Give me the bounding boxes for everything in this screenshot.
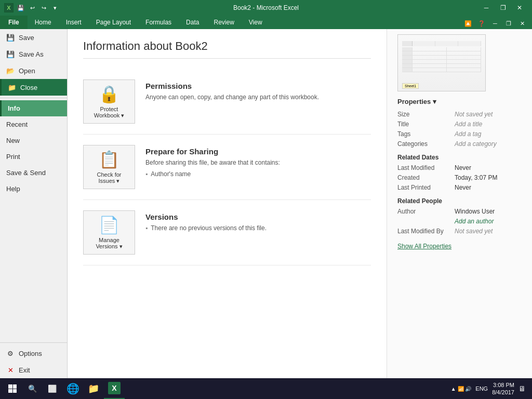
sidebar-item-save-as[interactable]: 💾 Save As xyxy=(0,46,67,62)
related-dates-label: Related Dates xyxy=(397,154,522,161)
sidebar-item-open[interactable]: 📂 Open xyxy=(0,62,67,79)
thumbnail-row-4 xyxy=(402,60,481,64)
sidebar-item-close[interactable]: 📁 Close xyxy=(0,79,67,96)
show-all-properties-link[interactable]: Show All Properties xyxy=(397,243,451,250)
sharing-list: Author's name xyxy=(145,170,371,178)
workbook-thumbnail: Sheet1 xyxy=(397,34,486,91)
versions-icon: 📄 xyxy=(99,215,119,235)
no-versions-text: There are no previous versions of this f… xyxy=(151,224,267,232)
thumbnail-row-6 xyxy=(402,68,481,72)
minimize-button[interactable]: ─ xyxy=(478,0,495,16)
taskbar-explorer-icon[interactable]: 📁 xyxy=(83,378,104,399)
prop-last-modified-label: Last Modified xyxy=(397,164,455,171)
permissions-title: Permissions xyxy=(145,82,371,90)
taskbar-time: 3:08 PM xyxy=(492,381,514,389)
save-icon: 💾 xyxy=(6,33,15,42)
sidebar-item-info-label: Info xyxy=(8,104,20,112)
taskbar-task-view-button[interactable]: ⬜ xyxy=(42,378,62,399)
lock-icon: 🔒 xyxy=(99,84,119,104)
taskbar-clock: 3:08 PM 8/4/2017 xyxy=(492,381,514,396)
permissions-content: Permissions Anyone can open, copy, and c… xyxy=(145,79,371,105)
restore-icon[interactable]: ❐ xyxy=(503,18,514,29)
prop-last-printed-value: Never xyxy=(455,184,471,191)
permissions-desc: Anyone can open, copy, and change any pa… xyxy=(145,94,371,101)
qs-more-icon[interactable]: ▾ xyxy=(50,3,60,13)
prop-categories-value[interactable]: Add a category xyxy=(455,140,497,148)
sidebar-spacer xyxy=(0,197,67,340)
sidebar-item-save[interactable]: 💾 Save xyxy=(0,29,67,46)
tab-review[interactable]: Review xyxy=(206,16,241,29)
thumbnail-row-5 xyxy=(402,64,481,68)
sidebar-item-print-label: Print xyxy=(6,153,20,161)
tab-view[interactable]: View xyxy=(242,16,270,29)
windows-logo-icon xyxy=(8,384,17,393)
prop-title-row: Title Add a title xyxy=(397,121,522,128)
sidebar-item-recent-label: Recent xyxy=(6,121,28,128)
tab-insert[interactable]: Insert xyxy=(59,16,89,29)
app-body: 💾 Save 💾 Save As 📂 Open 📁 Close Info Rec… xyxy=(0,29,532,378)
prop-last-modified-by-label: Last Modified By xyxy=(397,228,455,235)
sidebar-item-recent[interactable]: Recent xyxy=(0,116,67,132)
start-button[interactable] xyxy=(2,378,23,399)
prop-last-printed-label: Last Printed xyxy=(397,184,455,191)
sidebar-item-exit[interactable]: ✕ Exit xyxy=(0,362,67,378)
prop-author-value: Windows User xyxy=(455,208,495,215)
collapse-ribbon-icon[interactable]: 🔼 xyxy=(462,18,474,29)
sidebar-item-options-label: Options xyxy=(19,350,42,357)
taskbar-tray-icons: ▲ 📶 🔊 xyxy=(451,386,471,392)
tab-data[interactable]: Data xyxy=(179,16,206,29)
versions-list: There are no previous versions of this f… xyxy=(145,224,371,232)
excel-app-icon: X xyxy=(4,3,14,12)
qs-save-icon[interactable]: 💾 xyxy=(16,3,26,13)
sidebar-item-help[interactable]: Help xyxy=(0,181,67,197)
taskbar-ie-icon[interactable]: 🌐 xyxy=(62,378,83,399)
prop-tags-row: Tags Add a tag xyxy=(397,130,522,138)
close-button[interactable]: ✕ xyxy=(511,0,528,16)
sidebar-item-info[interactable]: Info xyxy=(0,100,67,116)
maximize-button[interactable]: ❐ xyxy=(495,0,511,16)
sidebar-item-close-label: Close xyxy=(20,84,37,91)
taskbar-excel-icon[interactable]: X xyxy=(104,378,125,399)
properties-header[interactable]: Properties ▾ xyxy=(397,98,522,105)
sidebar-item-open-label: Open xyxy=(19,67,35,75)
versions-title: Versions xyxy=(145,212,371,221)
taskbar: 🔍 ⬜ 🌐 📁 X ▲ 📶 🔊 ENG 3:08 PM 8/4/2017 🖥 xyxy=(0,378,532,399)
qs-undo-icon[interactable]: ↩ xyxy=(27,3,37,13)
sidebar-item-save-send[interactable]: Save & Send xyxy=(0,165,67,181)
tab-home[interactable]: Home xyxy=(28,16,59,29)
prop-tags-value[interactable]: Add a tag xyxy=(455,130,481,138)
manage-versions-button[interactable]: 📄 ManageVersions ▾ xyxy=(83,210,135,255)
save-as-icon: 💾 xyxy=(6,50,15,58)
tab-page-layout[interactable]: Page Layout xyxy=(89,16,138,29)
sidebar-item-new[interactable]: New xyxy=(0,132,67,149)
check-icon: 📋 xyxy=(99,150,119,169)
prop-created-label: Created xyxy=(397,174,455,181)
thumbnail-header-row xyxy=(402,41,481,46)
sidebar-item-save-as-label: Save As xyxy=(19,50,44,58)
close-folder-icon: 📁 xyxy=(8,83,16,91)
close-ribbon-icon[interactable]: ✕ xyxy=(516,18,528,29)
tab-formulas[interactable]: Formulas xyxy=(138,16,179,29)
help-icon[interactable]: ❓ xyxy=(476,18,487,29)
prop-tags-label: Tags xyxy=(397,130,455,138)
page-title: Information about Book2 xyxy=(83,39,371,59)
minimize-ribbon-icon[interactable]: ─ xyxy=(489,18,501,29)
prop-created-value: Today, 3:07 PM xyxy=(455,174,498,181)
related-people-label: Related People xyxy=(397,197,522,205)
taskbar-notification-icon[interactable]: 🖥 xyxy=(518,384,526,393)
prop-add-author-link[interactable]: Add an author xyxy=(455,218,494,225)
prop-size-value: Not saved yet xyxy=(455,111,493,118)
qs-redo-icon[interactable]: ↪ xyxy=(38,3,49,13)
sidebar-item-print[interactable]: Print xyxy=(0,149,67,165)
prop-last-modified-value: Never xyxy=(455,164,471,171)
sidebar-item-exit-label: Exit xyxy=(19,366,30,374)
taskbar-search-button[interactable]: 🔍 xyxy=(23,378,42,399)
exit-icon: ✕ xyxy=(6,366,15,374)
prop-title-value[interactable]: Add a title xyxy=(455,121,482,128)
properties-panel: Sheet1 Properties ▾ Size Not saved yet T… xyxy=(387,29,532,378)
check-issues-button[interactable]: 📋 Check forIssues ▾ xyxy=(83,145,135,189)
protect-workbook-button[interactable]: 🔒 ProtectWorkbook ▾ xyxy=(83,79,135,124)
sidebar-item-options[interactable]: ⚙ Options xyxy=(0,345,67,362)
sharing-title: Prepare for Sharing xyxy=(145,147,371,156)
tab-file[interactable]: File xyxy=(0,16,28,29)
